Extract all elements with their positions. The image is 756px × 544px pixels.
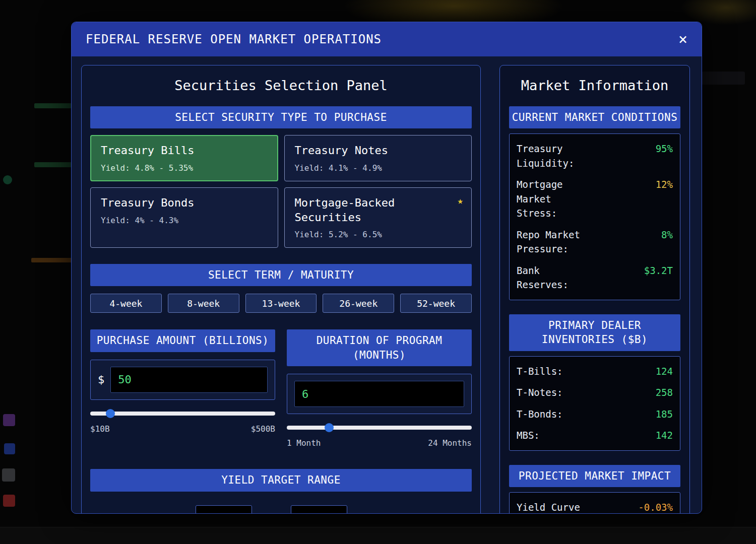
purchase-amount-slider-labels: $10B $500B xyxy=(90,424,275,434)
background-chip xyxy=(702,72,745,85)
purchase-amount-slider-track[interactable] xyxy=(90,412,275,416)
market-impact-box: Yield Curve Impact: -0.03% Mortgage Rate… xyxy=(509,492,680,513)
security-yield: Yield: 5.2% - 6.5% xyxy=(295,230,462,239)
duration-banner: DURATION OF PROGRAM (MONTHS) xyxy=(287,329,472,366)
info-label: MBS: xyxy=(517,428,540,443)
info-row: T-Bonds: 185 xyxy=(517,403,673,425)
info-value: 124 xyxy=(656,364,673,379)
background-sidebar-icon xyxy=(3,414,15,426)
info-label: T-Bonds: xyxy=(517,407,563,422)
securities-panel-title: Securities Selection Panel xyxy=(90,78,472,93)
dealer-inventories-box: T-Bills: 124 T-Notes: 258 T-Bonds: 185 xyxy=(509,356,680,451)
background-progress-bar xyxy=(34,162,72,167)
yield-to-input[interactable] xyxy=(291,505,347,514)
term-button-26-week[interactable]: 26-week xyxy=(323,294,394,313)
info-row: Yield Curve Impact: -0.03% xyxy=(517,497,673,513)
security-name: Treasury Notes xyxy=(295,144,421,158)
yield-separator-label: to xyxy=(265,512,277,514)
purchase-amount-slider-thumb[interactable] xyxy=(106,409,115,418)
purchase-amount-input-wrap: $ xyxy=(90,360,275,400)
yield-unit-label: % xyxy=(360,512,366,514)
slider-max-label: 24 Months xyxy=(428,438,472,448)
info-value: -0.03% xyxy=(638,500,673,513)
background-sidebar-icon xyxy=(3,495,15,507)
security-type-banner: SELECT SECURITY TYPE TO PURCHASE xyxy=(90,106,472,128)
term-button-8-week[interactable]: 8-week xyxy=(168,294,239,313)
security-type-grid: Treasury Bills Yield: 4.8% - 5.35% Treas… xyxy=(90,135,472,248)
background-sidebar-icon xyxy=(4,443,15,454)
dealer-inventories-section: PRIMARY DEALER INVENTORIES ($B) T-Bills:… xyxy=(509,314,680,451)
info-label: Yield Curve Impact: xyxy=(517,500,595,513)
security-card-treasury-notes[interactable]: Treasury Notes Yield: 4.1% - 4.9% xyxy=(284,135,472,181)
duration-input-wrap xyxy=(287,374,472,414)
yield-target-banner: YIELD TARGET RANGE xyxy=(90,469,472,491)
security-yield: Yield: 4% - 4.3% xyxy=(101,216,268,225)
duration-banner-text: DURATION OF PROGRAM (MONTHS) xyxy=(304,333,455,362)
info-value: 12% xyxy=(656,177,673,192)
duration-slider[interactable] xyxy=(287,423,472,432)
duration-slider-track[interactable] xyxy=(287,426,472,430)
info-row: T-Bills: 124 xyxy=(517,361,673,382)
market-panel-title: Market Information xyxy=(509,78,680,93)
dialog-body: Securities Selection Panel SELECT SECURI… xyxy=(72,56,702,513)
market-information-panel: Market Information CURRENT MARKET CONDIT… xyxy=(499,65,690,513)
security-card-treasury-bonds[interactable]: Treasury Bonds Yield: 4% - 4.3% xyxy=(90,187,278,248)
background-bottom-bar xyxy=(0,527,756,544)
market-impact-section: PROJECTED MARKET IMPACT Yield Curve Impa… xyxy=(509,465,680,513)
duration-input[interactable] xyxy=(294,381,464,407)
market-impact-banner: PROJECTED MARKET IMPACT xyxy=(509,465,680,487)
term-button-4-week[interactable]: 4-week xyxy=(90,294,162,313)
background-progress-bar xyxy=(31,258,77,262)
dealer-inventories-banner-text: PRIMARY DEALER INVENTORIES ($B) xyxy=(519,318,670,347)
info-row: MBS: 142 xyxy=(517,425,673,446)
term-banner: SELECT TERM / MATURITY xyxy=(90,264,472,286)
info-row: Treasury Liquidity: 95% xyxy=(517,138,673,174)
slider-min-label: 1 Month xyxy=(287,438,321,448)
dialog-title: FEDERAL RESERVE OPEN MARKET OPERATIONS xyxy=(86,32,382,46)
duration-slider-labels: 1 Month 24 Months xyxy=(287,438,472,448)
background-status-dot xyxy=(3,175,12,184)
info-label: T-Notes: xyxy=(517,385,563,400)
slider-min-label: $10B xyxy=(90,424,110,434)
duration-column: DURATION OF PROGRAM (MONTHS) 1 Month 24 … xyxy=(287,329,472,448)
securities-selection-panel: Securities Selection Panel SELECT SECURI… xyxy=(81,65,481,513)
background-progress-bar xyxy=(34,103,72,108)
security-yield: Yield: 4.1% - 4.9% xyxy=(295,163,462,173)
info-value: 142 xyxy=(656,428,673,443)
term-button-row: 4-week 8-week 13-week 26-week 52-week xyxy=(90,294,472,313)
dialog-header: FEDERAL RESERVE OPEN MARKET OPERATIONS × xyxy=(72,22,702,56)
star-icon: ★ xyxy=(458,195,463,206)
yield-from-input[interactable] xyxy=(196,505,252,514)
info-value: 95% xyxy=(656,142,673,156)
purchase-amount-input[interactable] xyxy=(110,367,268,393)
amount-duration-section: PURCHASE AMOUNT (BILLIONS) $ $10B $500B xyxy=(90,329,472,448)
close-icon[interactable]: × xyxy=(678,32,687,47)
security-name: Treasury Bills xyxy=(101,144,227,158)
term-button-52-week[interactable]: 52-week xyxy=(400,294,472,313)
security-name: Treasury Bonds xyxy=(101,196,227,211)
info-row: Repo Market Pressure: 8% xyxy=(517,224,673,260)
slider-max-label: $500B xyxy=(251,424,275,434)
info-label: Treasury Liquidity: xyxy=(517,142,595,170)
purchase-amount-banner: PURCHASE AMOUNT (BILLIONS) xyxy=(90,329,275,352)
market-conditions-banner: CURRENT MARKET CONDITIONS xyxy=(509,106,680,128)
purchase-amount-column: PURCHASE AMOUNT (BILLIONS) $ $10B $500B xyxy=(90,329,275,433)
yield-target-row: to % xyxy=(90,505,472,514)
screen: FEDERAL RESERVE OPEN MARKET OPERATIONS ×… xyxy=(0,0,756,544)
security-yield: Yield: 4.8% - 5.35% xyxy=(101,163,268,173)
background-sidebar-icon xyxy=(2,468,15,482)
info-value: 8% xyxy=(661,228,673,242)
open-market-operations-dialog: FEDERAL RESERVE OPEN MARKET OPERATIONS ×… xyxy=(71,22,702,514)
purchase-amount-slider[interactable] xyxy=(90,409,275,418)
info-label: Mortgage Market Stress: xyxy=(517,177,595,221)
info-row: Mortgage Market Stress: 12% xyxy=(517,174,673,224)
security-card-mortgage-backed[interactable]: ★ Mortgage-Backed Securities Yield: 5.2%… xyxy=(284,187,472,248)
security-name: Mortgage-Backed Securities xyxy=(295,196,421,225)
info-value: 258 xyxy=(656,385,673,400)
security-card-treasury-bills[interactable]: Treasury Bills Yield: 4.8% - 5.35% xyxy=(90,135,278,181)
info-label: Repo Market Pressure: xyxy=(517,228,595,256)
duration-slider-thumb[interactable] xyxy=(325,423,334,432)
market-conditions-box: Treasury Liquidity: 95% Mortgage Market … xyxy=(509,133,680,300)
info-row: Bank Reserves: $3.2T xyxy=(517,260,673,296)
term-button-13-week[interactable]: 13-week xyxy=(245,294,317,313)
